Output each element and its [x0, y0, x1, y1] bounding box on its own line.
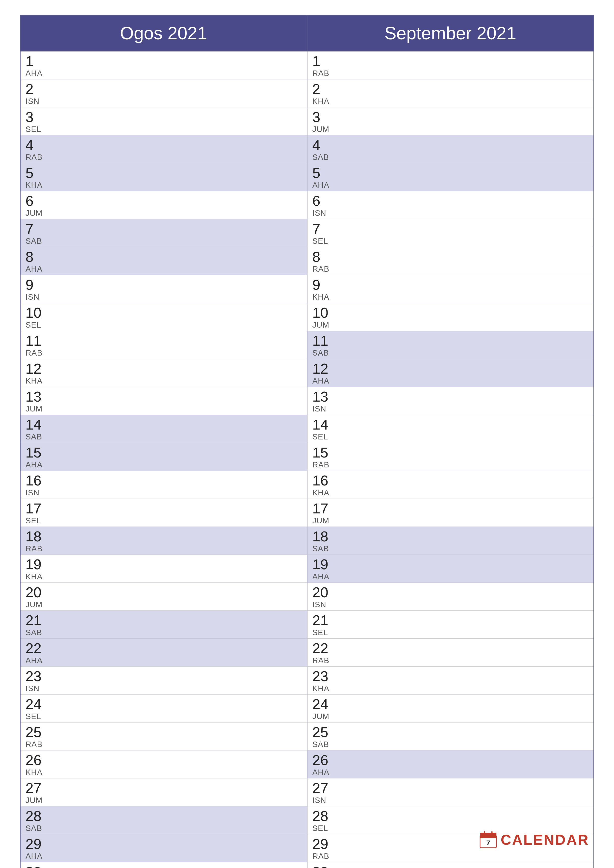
ogos-event-area-19 — [55, 555, 307, 583]
ogos-day-cell-12: 12KHA — [20, 359, 55, 387]
sep-day-name-10: JUM — [312, 321, 337, 330]
ogos-day-row-13: 13JUM — [20, 387, 307, 415]
ogos-day-cell-29: 29AHA — [20, 834, 55, 862]
ogos-day-row-7: 7SAB — [20, 219, 307, 247]
ogos-event-area-20 — [55, 583, 307, 611]
sep-day-row-3: 3JUM — [308, 107, 594, 135]
sep-day-row-25: 25SAB — [308, 722, 594, 750]
sep-day-number-5: 5 — [312, 166, 337, 180]
ogos-event-area-26 — [55, 750, 307, 778]
sep-event-area-14 — [342, 415, 594, 443]
sep-day-name-24: JUM — [312, 712, 337, 721]
sep-day-row-5: 5AHA — [308, 163, 594, 191]
ogos-day-number-6: 6 — [25, 194, 50, 208]
sep-day-cell-6: 6ISN — [308, 191, 342, 219]
sep-day-number-18: 18 — [312, 529, 337, 544]
sep-day-cell-3: 3JUM — [308, 107, 342, 135]
ogos-day-name-29: AHA — [25, 852, 50, 861]
ogos-day-number-30: 30 — [25, 865, 50, 868]
sep-day-cell-22: 22RAB — [308, 639, 342, 666]
sep-day-row-24: 24JUM — [308, 694, 594, 722]
sep-day-name-26: AHA — [312, 768, 337, 777]
ogos-day-row-14: 14SAB — [20, 415, 307, 443]
sep-event-area-21 — [342, 611, 594, 639]
ogos-day-name-25: RAB — [25, 740, 50, 749]
sep-day-row-23: 23KHA — [308, 666, 594, 694]
month-header-september: September 2021 — [308, 16, 594, 51]
sep-day-row-17: 17JUM — [308, 499, 594, 527]
ogos-event-area-25 — [55, 722, 307, 750]
sep-event-area-19 — [342, 555, 594, 583]
sep-day-cell-19: 19AHA — [308, 555, 342, 583]
ogos-day-name-28: SAB — [25, 824, 50, 833]
sep-day-number-26: 26 — [312, 753, 337, 767]
sep-day-cell-10: 10JUM — [308, 303, 342, 331]
ogos-day-number-8: 8 — [25, 250, 50, 264]
ogos-event-area-24 — [55, 694, 307, 722]
sep-day-name-13: ISN — [312, 404, 337, 414]
ogos-day-row-23: 23ISN — [20, 666, 307, 694]
ogos-day-name-16: ISN — [25, 488, 50, 498]
ogos-day-cell-22: 22AHA — [20, 639, 55, 666]
ogos-day-number-2: 2 — [25, 82, 50, 96]
ogos-day-cell-24: 24SEL — [20, 694, 55, 722]
ogos-day-name-1: AHA — [25, 69, 50, 78]
sep-event-area-27 — [342, 778, 594, 806]
ogos-day-number-5: 5 — [25, 166, 50, 180]
ogos-day-name-6: JUM — [25, 209, 50, 218]
sep-day-row-4: 4SAB — [308, 135, 594, 163]
sep-day-row-13: 13ISN — [308, 387, 594, 415]
sep-event-area-11 — [342, 331, 594, 359]
ogos-days: 1AHA2ISN3SEL4RAB5KHA6JUM7SAB8AHA9ISN10SE… — [20, 51, 308, 868]
ogos-day-row-4: 4RAB — [20, 135, 307, 163]
sep-day-name-2: KHA — [312, 97, 337, 106]
ogos-day-name-3: SEL — [25, 125, 50, 134]
sep-day-cell-27: 27ISN — [308, 778, 342, 806]
ogos-day-name-20: JUM — [25, 600, 50, 609]
sep-day-row-22: 22RAB — [308, 639, 594, 666]
ogos-day-number-22: 22 — [25, 641, 50, 656]
ogos-day-number-15: 15 — [25, 445, 50, 460]
sep-day-number-25: 25 — [312, 725, 337, 739]
ogos-event-area-18 — [55, 527, 307, 555]
ogos-day-number-7: 7 — [25, 222, 50, 236]
ogos-day-row-20: 20JUM — [20, 583, 307, 611]
ogos-day-number-19: 19 — [25, 557, 50, 572]
sep-day-name-15: RAB — [312, 460, 337, 470]
ogos-day-row-15: 15AHA — [20, 443, 307, 471]
sep-day-number-29: 29 — [312, 837, 337, 851]
sep-event-area-12 — [342, 359, 594, 387]
ogos-day-row-12: 12KHA — [20, 359, 307, 387]
sep-day-number-28: 28 — [312, 809, 337, 823]
sep-day-row-27: 27ISN — [308, 778, 594, 806]
sep-day-number-11: 11 — [312, 333, 337, 348]
sep-day-name-12: AHA — [312, 377, 337, 386]
sep-day-name-20: ISN — [312, 600, 337, 609]
sep-day-row-9: 9KHA — [308, 275, 594, 303]
sep-day-number-2: 2 — [312, 82, 337, 96]
ogos-day-name-22: AHA — [25, 656, 50, 665]
ogos-event-area-1 — [55, 51, 307, 79]
ogos-day-cell-11: 11RAB — [20, 331, 55, 359]
ogos-day-number-14: 14 — [25, 417, 50, 432]
ogos-day-row-16: 16ISN — [20, 471, 307, 499]
ogos-day-row-29: 29AHA — [20, 834, 307, 862]
ogos-day-cell-9: 9ISN — [20, 275, 55, 303]
ogos-day-row-9: 9ISN — [20, 275, 307, 303]
sep-day-number-7: 7 — [312, 222, 337, 236]
sep-day-cell-4: 4SAB — [308, 135, 342, 163]
ogos-day-row-11: 11RAB — [20, 331, 307, 359]
ogos-day-name-8: AHA — [25, 265, 50, 274]
sep-day-number-20: 20 — [312, 585, 337, 600]
sep-day-row-30: 30KHA — [308, 862, 594, 868]
sep-day-cell-15: 15RAB — [308, 443, 342, 471]
ogos-day-number-24: 24 — [25, 697, 50, 711]
sep-day-cell-9: 9KHA — [308, 275, 342, 303]
ogos-day-cell-2: 2ISN — [20, 79, 55, 107]
ogos-day-number-1: 1 — [25, 54, 50, 68]
sep-day-row-21: 21SEL — [308, 611, 594, 639]
sep-day-name-9: KHA — [312, 293, 337, 302]
ogos-day-name-5: KHA — [25, 181, 50, 190]
sep-day-name-8: RAB — [312, 265, 337, 274]
sep-day-row-28: 28SEL — [308, 806, 594, 834]
